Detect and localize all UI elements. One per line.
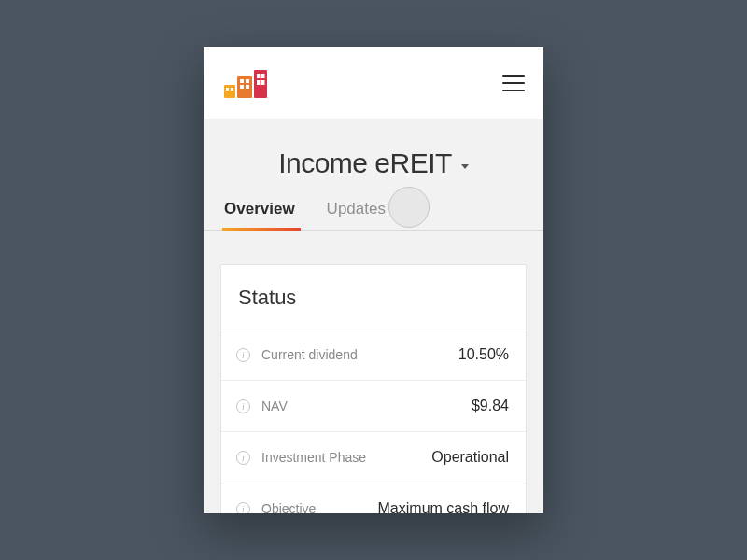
tab-updates[interactable]: Updates [327, 200, 386, 230]
row-label: Investment Phase [261, 450, 366, 465]
info-icon[interactable]: i [236, 348, 250, 362]
svg-rect-10 [261, 74, 265, 78]
hamburger-menu-icon[interactable] [502, 75, 525, 91]
status-row-objective: i Objective Maximum cash flow [221, 483, 526, 513]
svg-rect-2 [231, 88, 233, 91]
row-value: 10.50% [458, 346, 509, 363]
status-row-phase: i Investment Phase Operational [221, 431, 526, 483]
info-icon[interactable]: i [236, 502, 250, 514]
info-icon[interactable]: i [236, 451, 250, 465]
svg-rect-1 [226, 88, 229, 91]
row-value: Maximum cash flow [378, 500, 509, 513]
svg-rect-11 [257, 80, 261, 85]
page-title: Income eREIT [278, 147, 452, 179]
svg-rect-8 [254, 70, 267, 98]
svg-rect-0 [224, 85, 235, 98]
tab-overview[interactable]: Overview [224, 200, 295, 230]
svg-rect-3 [237, 76, 252, 98]
row-label: Current dividend [261, 347, 358, 362]
status-row-nav: i NAV $9.84 [221, 380, 526, 431]
buildings-logo-icon [222, 66, 275, 100]
svg-rect-9 [257, 74, 261, 78]
app-header [204, 47, 543, 119]
row-value: $9.84 [472, 398, 509, 414]
page-title-dropdown[interactable]: Income eREIT [204, 119, 543, 200]
svg-rect-4 [240, 79, 244, 83]
tab-bar: Overview Updates [204, 200, 543, 231]
row-value: Operational [431, 449, 509, 466]
svg-rect-12 [261, 80, 265, 85]
row-label: Objective [261, 501, 316, 513]
status-card-title: Status [221, 265, 526, 329]
info-icon[interactable]: i [236, 399, 250, 413]
device-frame: Income eREIT Overview Updates Status i C… [204, 47, 543, 513]
row-label: NAV [261, 399, 288, 413]
chevron-down-icon [461, 164, 469, 169]
status-card: Status i Current dividend 10.50% i NAV $… [220, 264, 527, 513]
svg-rect-6 [240, 85, 244, 89]
status-row-dividend: i Current dividend 10.50% [221, 329, 526, 380]
svg-rect-5 [246, 79, 249, 83]
svg-rect-7 [246, 85, 249, 89]
